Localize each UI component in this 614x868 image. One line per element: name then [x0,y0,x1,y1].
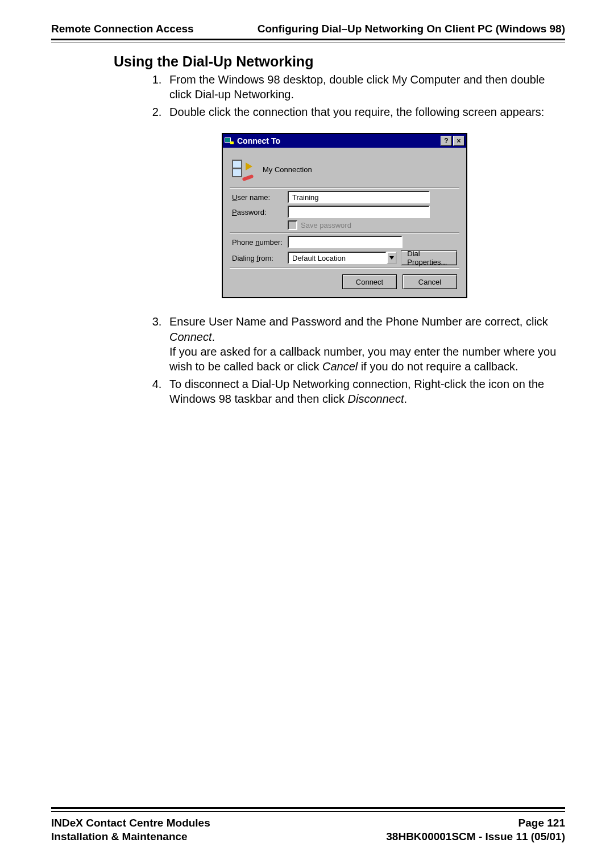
dialog-figure: Connect To ? × My Connection User name: … [222,133,565,298]
phone-input[interactable] [288,236,403,248]
dialog-titlebar[interactable]: Connect To ? × [223,134,466,148]
dialing-from-label: Dialing from: [232,254,288,262]
page-footer: INDeX Contact Centre Modules Installatio… [51,807,565,844]
save-password-checkbox[interactable] [288,220,297,230]
header-right: Configuring Dial–Up Networking On Client… [258,23,565,35]
connect-to-dialog: Connect To ? × My Connection User name: … [222,133,467,298]
header-rule [51,39,565,43]
step-list: From the Windows 98 desktop, double clic… [165,72,565,119]
section-title: Using the Dial-Up Networking [114,53,565,70]
password-label: Password: [232,208,288,216]
header-left: Remote Connection Access [51,23,194,35]
step-3: Ensure User Name and Password and the Ph… [165,314,565,374]
running-header: Remote Connection Access Configuring Dia… [51,23,565,35]
footer-doc-title: Installation & Maintenance [51,830,210,844]
step-2: Double click the connection that you req… [165,105,565,119]
footer-product: INDeX Contact Centre Modules [51,816,210,831]
location-value: Default Location [288,252,387,264]
page-number: Page 121 [386,816,565,831]
phone-label: Phone number: [232,238,288,247]
footer-rule [51,807,565,812]
cancel-button[interactable]: Cancel [403,274,457,289]
step-4: To disconnect a Dial-Up Networking conne… [165,377,565,407]
save-password-label: Save password [301,221,351,229]
connect-button[interactable]: Connect [342,274,397,289]
password-input[interactable] [288,206,430,218]
step-1: From the Windows 98 desktop, double clic… [165,72,565,102]
help-button[interactable]: ? [441,136,452,146]
step-1-text: From the Windows 98 desktop, double clic… [169,73,545,101]
dial-properties-button[interactable]: Dial Properties... [401,251,457,265]
dialup-icon [225,136,234,145]
step-2-text: Double click the connection that you req… [169,106,544,118]
step-list-cont: Ensure User Name and Password and the Ph… [165,314,565,406]
chevron-down-icon[interactable] [387,252,397,264]
help-icon: ? [444,137,448,145]
connection-icon [232,159,252,180]
username-input[interactable]: Training [288,191,430,203]
close-icon: × [457,137,460,145]
username-label: User name: [232,193,288,202]
location-combobox[interactable]: Default Location [288,252,397,264]
doc-id: 38HBK00001SCM - Issue 11 (05/01) [386,830,565,844]
dialog-title: Connect To [237,136,280,145]
close-button[interactable]: × [453,136,464,146]
connection-name: My Connection [263,165,312,174]
